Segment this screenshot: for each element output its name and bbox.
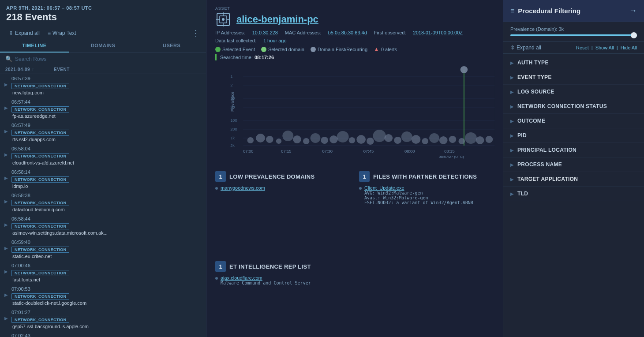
filter-item[interactable]: ▶ PID	[503, 128, 644, 143]
insight-num: 1	[215, 261, 226, 272]
legend-domain-first: Domain First/Recurring	[311, 47, 367, 52]
svg-point-32	[303, 138, 310, 144]
event-domain: gsp57-ssl-background.ls.apple.com	[11, 324, 202, 329]
reset-button[interactable]: Reset	[576, 45, 589, 50]
expand-all-icon: ⇕	[9, 30, 13, 36]
filter-item[interactable]: ▶ LOG SOURCE	[503, 85, 644, 99]
bullet-dot	[215, 187, 218, 190]
tab-users[interactable]: USERS	[137, 39, 206, 52]
event-expand-btn[interactable]: ▶	[4, 81, 10, 88]
event-expand-btn[interactable]: ▶	[4, 268, 10, 275]
tab-domains[interactable]: DOMAINS	[69, 39, 138, 52]
insight-num: 1	[359, 171, 370, 182]
slider-track[interactable]	[510, 34, 637, 36]
svg-point-39	[367, 138, 374, 145]
svg-point-36	[337, 131, 349, 142]
event-row[interactable]: ▶ 07:01:27 NETWORK_CONNECTION gsp57-ssl-…	[0, 308, 206, 331]
event-time: 06:59:40	[11, 240, 202, 245]
data-collected-label: Data last collected:	[215, 38, 256, 43]
event-time: 06:57:44	[11, 99, 202, 105]
filter-item[interactable]: ▶ OUTCOME	[503, 114, 644, 128]
event-expand-btn[interactable]: ▶	[4, 221, 10, 228]
svg-point-52	[486, 136, 493, 143]
expand-all-button[interactable]: ⇕ Expand all	[6, 29, 42, 37]
event-row[interactable]: ▶ 06:58:14 NETWORK_CONNECTION ldmp.io	[0, 168, 206, 191]
event-time: 06:58:14	[11, 169, 202, 175]
mac-value[interactable]: b5:0c:8b:30:63:4d	[328, 30, 367, 35]
event-expand-btn[interactable]: ▶	[4, 128, 10, 135]
event-row[interactable]: ▶ 07:00:53 NETWORK_CONNECTION static-dou…	[0, 285, 206, 308]
filter-item[interactable]: ▶ PROCESS NAME	[503, 157, 644, 172]
event-content: 07:00:46 NETWORK_CONNECTION fast.fonts.n…	[11, 263, 202, 282]
tabs: TIMELINE DOMAINS USERS	[0, 39, 206, 53]
event-content: 07:02:43 NETWORK_CONNECTION static1.squa…	[11, 333, 202, 337]
filter-name: LOG SOURCE	[517, 89, 554, 95]
col-event-header: EVENT	[54, 67, 201, 72]
show-all-button[interactable]: Show All	[595, 45, 614, 50]
slider-thumb[interactable]	[631, 32, 637, 38]
event-expand-btn[interactable]: ▶	[4, 105, 10, 111]
svg-point-35	[329, 135, 338, 143]
filter-item[interactable]: ▶ PRINCIPAL LOCATION	[503, 143, 644, 157]
insight-domain[interactable]: ajax.cloudflare.com	[221, 275, 311, 281]
filter-item[interactable]: ▶ TLD	[503, 187, 644, 201]
expand-all-right-button[interactable]: ⇕ Expand all	[510, 45, 541, 51]
event-expand-btn[interactable]: ▶	[4, 292, 10, 298]
event-domain: fast.fonts.net	[11, 277, 202, 282]
event-expand-btn[interactable]: ▶	[4, 198, 10, 205]
tab-timeline[interactable]: TIMELINE	[0, 39, 69, 52]
event-time: 07:00:53	[11, 286, 202, 292]
event-row[interactable]: ▶ 06:57:49 NETWORK_CONNECTION rts.ssl2.d…	[0, 121, 206, 144]
first-observed-value[interactable]: 2018-01-09T00:00:00Z	[413, 30, 463, 35]
event-content: 06:58:44 NETWORK_CONNECTION asimov-win.s…	[11, 216, 202, 236]
event-row[interactable]: ▶ 06:57:39 NETWORK_CONNECTION new.fqtag.…	[0, 74, 206, 97]
event-row[interactable]: ▶ 06:58:38 NETWORK_CONNECTION datacloud.…	[0, 191, 206, 214]
filter-name: TLD	[517, 191, 528, 197]
svg-point-42	[394, 137, 401, 144]
filter-item[interactable]: ▶ TARGET APPLICATION	[503, 172, 644, 187]
right-title: ≡ Procedural Filtering	[510, 7, 580, 15]
arrow-button[interactable]: →	[629, 6, 637, 15]
event-content: 06:57:49 NETWORK_CONNECTION rts.ssl2.dua…	[11, 123, 202, 142]
event-row[interactable]: ▶ 07:02:43 NETWORK_CONNECTION static1.sq…	[0, 331, 206, 337]
svg-point-46	[429, 133, 439, 143]
svg-point-31	[293, 135, 301, 143]
asset-name[interactable]: alice-benjamin-pc	[236, 14, 318, 25]
data-collected-value[interactable]: 1 hour ago	[263, 38, 287, 43]
event-expand-btn[interactable]: ▶	[4, 175, 10, 181]
hide-all-button[interactable]: Hide All	[621, 45, 637, 50]
svg-point-29	[276, 139, 281, 144]
col-date-header: 2021-04-09 ↑	[5, 67, 54, 72]
kebab-menu-button[interactable]: ⋮	[189, 29, 202, 37]
filter-item[interactable]: ▶ AUTH TYPE	[503, 56, 644, 70]
filter-item[interactable]: ▶ NETWORK CONNECTION STATUS	[503, 99, 644, 114]
insight-domain[interactable]: manygoodnews.com	[221, 185, 265, 191]
svg-point-33	[311, 133, 321, 143]
svg-text:07:45: 07:45	[363, 149, 374, 154]
filter-name: OUTCOME	[517, 118, 545, 124]
mac-label: MAC Addresses:	[285, 30, 321, 35]
event-domain: ldmp.io	[11, 183, 202, 189]
event-row[interactable]: ▶ 07:00:46 NETWORK_CONNECTION fast.fonts…	[0, 261, 206, 285]
filter-chevron-icon: ▶	[510, 148, 514, 153]
search-input[interactable]	[15, 56, 201, 62]
wrap-text-button[interactable]: ≡ Wrap Text	[45, 29, 79, 37]
legend-dot-lightgreen	[261, 47, 266, 52]
event-expand-btn[interactable]: ▶	[4, 245, 10, 251]
event-row[interactable]: ▶ 06:59:40 NETWORK_CONNECTION static.eu.…	[0, 238, 206, 261]
insight-domain[interactable]: Client_Update.exe	[364, 185, 473, 191]
sort-icon[interactable]: ↑	[32, 67, 34, 72]
filter-item[interactable]: ▶ EVENT TYPE	[503, 70, 644, 85]
event-row[interactable]: ▶ 06:57:44 NETWORK_CONNECTION fp-as.azur…	[0, 97, 206, 121]
ip-value[interactable]: 10.0.30.228	[252, 30, 278, 35]
event-content: 06:57:44 NETWORK_CONNECTION fp-as.azuree…	[11, 99, 202, 119]
event-badge: NETWORK_CONNECTION	[11, 83, 69, 89]
event-row[interactable]: ▶ 06:58:04 NETWORK_CONNECTION cloudfront…	[0, 144, 206, 168]
event-row[interactable]: ▶ 06:58:44 NETWORK_CONNECTION asimov-win…	[0, 214, 206, 238]
event-expand-btn[interactable]: ▶	[4, 315, 10, 322]
search-icon: 🔍	[5, 56, 12, 62]
expand-all-label: Expand all	[15, 30, 40, 36]
svg-point-27	[256, 134, 265, 142]
svg-text:1: 1	[230, 74, 232, 79]
event-expand-btn[interactable]: ▶	[4, 151, 10, 158]
